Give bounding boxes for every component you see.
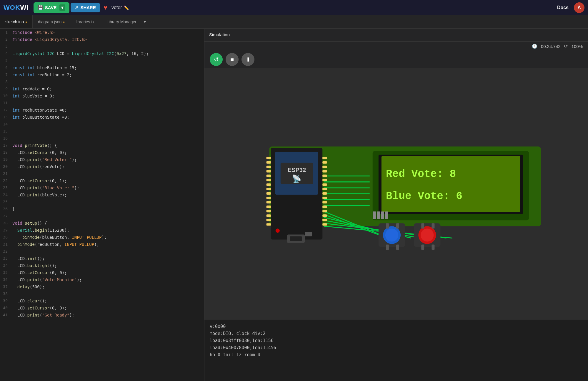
line-code: int blueButtonState =0; (12, 114, 69, 120)
avatar[interactable]: A (574, 2, 584, 13)
code-line: 19 LCD.print("Red Vote: "); (0, 156, 204, 163)
line-number: 34 (0, 262, 12, 269)
code-line: 1#include <Wire.h> (0, 29, 204, 36)
tab-sketch[interactable]: sketch.ino ● (0, 15, 33, 28)
code-line: 20 LCD.print(redVote); (0, 163, 204, 170)
svg-rect-67 (396, 223, 399, 228)
simulation-tabbar: Simulation (204, 29, 588, 42)
code-line: 31 pinMode(redButton, INPUT_PULLUP); (0, 241, 204, 248)
line-code: const int blueButton = 15; (12, 64, 77, 71)
code-line: 16 (0, 135, 204, 142)
code-line: 25 (0, 198, 204, 206)
code-line: 28void setup() { (0, 220, 204, 227)
line-number: 2 (0, 36, 12, 43)
line-number: 25 (0, 199, 12, 205)
svg-rect-25 (266, 188, 271, 190)
svg-rect-31 (266, 214, 271, 217)
circuit-area[interactable]: ESP32 📡 (204, 68, 588, 319)
console-line-3: load:0x40078000,len:11456 (210, 344, 583, 351)
code-line: 38 (0, 290, 204, 297)
logo: WOKWI (4, 4, 29, 11)
simulation-tab[interactable]: Simulation (208, 32, 231, 38)
share-button[interactable]: ↗ SHARE (71, 3, 100, 12)
line-code: void setup() { (12, 220, 47, 226)
line-code: int redVote = 0; (12, 86, 52, 92)
circuit-svg: ESP32 📡 (204, 68, 588, 319)
pause-button[interactable]: ⏸ (241, 53, 254, 66)
svg-rect-20 (266, 166, 271, 168)
code-line: 10int blueVote = 0; (0, 92, 204, 100)
tab-libraries[interactable]: libraries.txt (70, 15, 101, 28)
svg-rect-68 (386, 245, 389, 250)
line-number: 5 (0, 57, 12, 64)
username-text: voter (111, 5, 122, 10)
tab-dropdown-button[interactable]: ▾ (142, 19, 148, 24)
code-panel: 1#include <Wire.h>2#include <LiquidCryst… (0, 29, 204, 381)
svg-rect-33 (266, 223, 271, 226)
edit-icon[interactable]: ✏️ (124, 5, 129, 10)
svg-rect-19 (266, 161, 271, 164)
svg-rect-29 (266, 206, 271, 208)
line-number: 16 (0, 135, 12, 142)
line-code: LiquidCrystal_I2C LCD = LiquidCrystal_I2… (12, 50, 149, 57)
line-number: 33 (0, 255, 12, 262)
stop-button[interactable]: ■ (226, 53, 239, 66)
code-line: 32 (0, 248, 204, 255)
svg-rect-74 (432, 223, 434, 228)
line-code: LCD.setCursor(0, 0); (12, 269, 67, 276)
line-code: LCD.backlight(); (12, 262, 57, 269)
save-dropdown-arrow[interactable]: ▾ (59, 4, 65, 11)
svg-rect-22 (266, 175, 271, 177)
code-line: 24 LCD.print(blueVote); (0, 191, 204, 198)
console-line-1: mode:DIO, clock div:2 (210, 330, 583, 337)
code-line: 4LiquidCrystal_I2C LCD = LiquidCrystal_I… (0, 50, 204, 57)
line-number: 13 (0, 114, 12, 120)
line-code: delay(500); (12, 284, 45, 290)
line-number: 12 (0, 107, 12, 113)
line-code: LCD.print(redVote); (12, 163, 64, 170)
svg-rect-41 (322, 188, 327, 190)
line-number: 4 (0, 50, 12, 57)
svg-rect-18 (266, 157, 271, 159)
line-number: 11 (0, 100, 12, 106)
line-code: LCD.setCursor(0, 0); (12, 149, 67, 156)
line-number: 29 (0, 227, 12, 233)
code-line: 30 pinMode(blueButton, INPUT_PULLUP); (0, 234, 204, 241)
svg-text:Blue Vote: 6: Blue Vote: 6 (386, 190, 462, 202)
code-line: 34 LCD.backlight(); (0, 262, 204, 269)
code-line: 21 (0, 170, 204, 177)
svg-rect-42 (322, 192, 327, 195)
docs-button[interactable]: Docs (557, 5, 569, 10)
code-line: 8 (0, 78, 204, 85)
tab-sketch-dot: ● (25, 20, 27, 24)
share-label: SHARE (80, 5, 96, 10)
line-code: LCD.setCursor(0, 1); (12, 178, 67, 184)
svg-rect-24 (266, 183, 271, 186)
svg-rect-48 (322, 219, 327, 221)
favorite-button[interactable]: ♥ (104, 4, 107, 11)
restart-button[interactable]: ↺ (210, 53, 223, 66)
tab-diagram[interactable]: diagram.json ● (33, 15, 70, 28)
svg-rect-36 (322, 166, 327, 168)
svg-rect-61 (381, 211, 384, 219)
code-line: 14 (0, 121, 204, 128)
line-number: 17 (0, 142, 12, 149)
save-button[interactable]: 💾 SAVE ▾ (34, 2, 70, 13)
line-number: 38 (0, 291, 12, 297)
svg-rect-76 (432, 245, 434, 250)
code-editor[interactable]: 1#include <Wire.h>2#include <LiquidCryst… (0, 29, 204, 381)
svg-rect-66 (386, 223, 389, 228)
tab-libmanager[interactable]: Library Manager (101, 15, 142, 28)
line-number: 18 (0, 149, 12, 156)
tab-diagram-dot: ● (63, 20, 65, 24)
svg-rect-56 (382, 156, 520, 212)
code-line: 3 (0, 43, 204, 50)
code-line: 22 LCD.setCursor(0, 1); (0, 177, 204, 184)
line-number: 41 (0, 312, 12, 318)
line-number: 3 (0, 43, 12, 50)
svg-rect-21 (266, 170, 271, 173)
code-line: 39 LCD.clear(); (0, 297, 204, 304)
speed-display: 100% (572, 44, 583, 49)
svg-rect-47 (322, 214, 327, 217)
svg-rect-26 (266, 192, 271, 195)
